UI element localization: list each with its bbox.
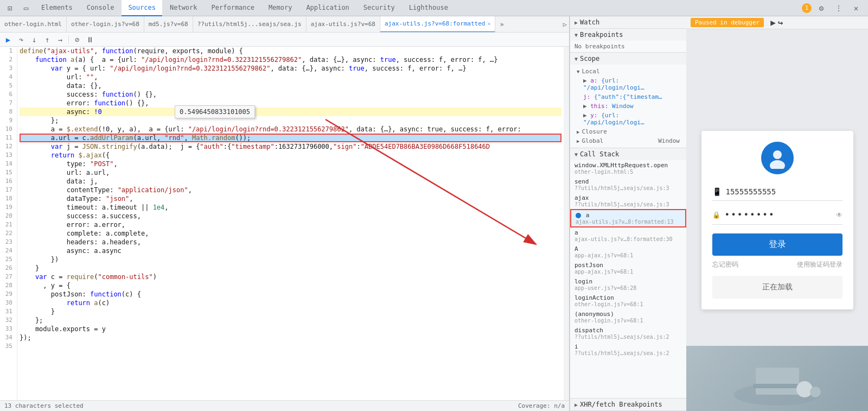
global-arrow: ▶ (577, 138, 579, 144)
tab-console[interactable]: Console (80, 0, 121, 16)
tab-performance[interactable]: Performance (205, 0, 261, 16)
call-stack-item-1[interactable]: send ??utils/html5j…seajs/sea.js:3 (570, 176, 686, 193)
file-tab-md5[interactable]: md5.js?v=68 (144, 16, 193, 33)
app-panel: Paused in debugger ▶ ↪ 📱 15555555555 (686, 16, 868, 411)
code-line-31: } (20, 307, 561, 316)
tab-lighthouse[interactable]: Lighthouse (403, 0, 455, 16)
file-tab-label: other-login.html (4, 21, 62, 28)
global-scope-row[interactable]: ▶ Global Window (575, 136, 682, 146)
device-icon[interactable]: ▭ (18, 1, 34, 16)
file-tab-more-button[interactable]: » (495, 21, 508, 28)
code-line-4: url: "", (20, 73, 561, 81)
ln-22: 22 (4, 229, 12, 238)
call-stack-item-2[interactable]: ajax ??utils/html5j…seajs/sea.js:3 (570, 193, 686, 209)
call-stack-fn-1: send (575, 178, 682, 185)
ln-7: 7 (4, 99, 12, 108)
watch-section: ▶ Watch (570, 16, 686, 29)
ln-12: 12 (4, 142, 12, 151)
code-line-26: } (20, 264, 561, 273)
tab-sources[interactable]: Sources (122, 0, 162, 16)
code-line-3: var y = { url: "/api/login/login?rnd=0.3… (20, 64, 561, 73)
code-line-24: async: a.async (20, 246, 561, 255)
vertical-scrollbar[interactable] (564, 47, 569, 400)
global-scope-header[interactable]: ▶ Global (577, 137, 603, 144)
scope-item-a[interactable]: ▶ a: {url: "/api/login/logi… (581, 76, 682, 92)
tab-security[interactable]: Security (357, 0, 401, 16)
breakpoints-section: ▼ Breakpoints No breakpoints (570, 29, 686, 53)
pause-exceptions-btn[interactable]: ⏸ (84, 34, 96, 46)
step-out-btn[interactable]: ↑ (41, 34, 53, 46)
watch-header[interactable]: ▶ Watch (570, 16, 686, 28)
tab-memory[interactable]: Memory (262, 0, 298, 16)
call-stack-loc-1: ??utils/html5j…seajs/sea.js:3 (575, 185, 682, 191)
breakpoints-header[interactable]: ▼ Breakpoints (570, 29, 686, 41)
call-stack-loc-5: app-ajax.js?v=68:1 (575, 252, 682, 258)
svg-rect-3 (756, 368, 799, 395)
editor-panel: other-login.html other-login.js?v=68 md5… (0, 16, 570, 411)
login-button[interactable]: 登录 (712, 233, 843, 256)
call-stack-fn-0: window.XMLHttpRequest.open (575, 162, 682, 169)
call-stack-item-3[interactable]: a ajax-utils.js?v…8:formatted:13 (570, 209, 686, 227)
settings-icon[interactable]: ⚙ (814, 1, 829, 16)
scope-section: ▼ Scope ▼ Local ▶ a: {url: "/api/login/l… (570, 53, 686, 148)
local-arrow: ▼ (577, 69, 579, 74)
scope-item-this[interactable]: ▶ this: Window (581, 102, 682, 111)
call-stack-fn-11: i (575, 343, 682, 350)
call-stack-item-6[interactable]: postJson app-ajax.js?v=68:1 (570, 260, 686, 276)
call-stack-header[interactable]: ▼ Call Stack (570, 148, 686, 160)
call-stack-item-10[interactable]: dispatch ??utils/html5j…seajs/sea.js:2 (570, 325, 686, 342)
code-line-5: data: {}, (20, 81, 561, 90)
call-stack-item-11[interactable]: i ??utils/html5j…seajs/sea.js:2 (570, 342, 686, 358)
call-stack-item-8[interactable]: loginAction other-login.js?v=68:1 (570, 293, 686, 309)
tab-network[interactable]: Network (163, 0, 204, 16)
resume-icon[interactable]: ▶ (770, 17, 776, 28)
file-tab-ajax-utils[interactable]: ajax-utils.js?v=68 (307, 16, 380, 33)
closure-scope-header[interactable]: ▶ Closure (575, 127, 682, 136)
file-tab-utils[interactable]: ??utils/html5j...seajs/sea.js (193, 16, 307, 33)
pause-resume-btn[interactable]: ▶ (2, 34, 14, 46)
step-into-btn[interactable]: ↓ (28, 34, 40, 46)
file-tab-close-icon[interactable]: ✕ (487, 21, 490, 27)
file-tab-nav-button[interactable]: ▷ (561, 21, 569, 28)
more-icon[interactable]: ⋮ (831, 1, 846, 16)
scope-item-j[interactable]: j: {"auth":{"timestam… (581, 92, 682, 102)
call-stack-loc-0: other-login.html:5 (575, 169, 682, 175)
tab-elements[interactable]: Elements (35, 0, 79, 16)
forgot-password-link[interactable]: 忘记密码 (712, 260, 738, 269)
file-tab-other-login-html[interactable]: other-login.html (0, 16, 67, 33)
ln-34: 34 (4, 333, 12, 342)
ln-3: 3 (4, 64, 12, 73)
inspect-icon[interactable]: ⊡ (2, 1, 17, 16)
deactivate-breakpoints-btn[interactable]: ⊘ (71, 34, 83, 46)
use-code-link[interactable]: 使用验证码登录 (797, 260, 843, 269)
close-icon[interactable]: ✕ (848, 1, 864, 16)
file-tab-ajax-utils-formatted[interactable]: ajax-utils.js?v=68:formatted ✕ (380, 16, 495, 33)
code-line-17: contentType: "application/json", (20, 186, 561, 194)
local-scope-header[interactable]: ▼ Local (575, 67, 682, 76)
scope-item-y[interactable]: ▶ y: {url: "/api/login/logi… (581, 111, 682, 127)
call-stack-item-9[interactable]: (anonymous) other-login.js?v=68:1 (570, 309, 686, 325)
step-btn[interactable]: → (54, 34, 66, 46)
closure-label: Closure (582, 128, 607, 135)
code-scroll[interactable]: 1 2 3 4 5 6 7 8 9 10 11 12 13 14 (0, 47, 564, 400)
call-stack-item-0[interactable]: window.XMLHttpRequest.open other-login.h… (570, 160, 686, 176)
tab-application[interactable]: Application (299, 0, 355, 16)
step-icon[interactable]: ↪ (778, 17, 783, 28)
scope-header[interactable]: ▼ Scope (570, 53, 686, 65)
call-stack-item-5[interactable]: A app-ajax.js?v=68:1 (570, 244, 686, 260)
notification-badge: 1 (802, 3, 812, 13)
breakpoints-label: Breakpoints (580, 31, 623, 39)
watch-arrow: ▶ (575, 20, 578, 26)
call-stack-item-4[interactable]: a ajax-utils.js?v…8:formatted:30 (570, 227, 686, 244)
step-over-btn[interactable]: ↷ (15, 34, 27, 46)
ln-14: 14 (4, 160, 12, 168)
code-line-16: data: j, (20, 177, 561, 186)
xhr-breakpoints-header[interactable]: ▶ XHR/fetch Breakpoints (570, 399, 686, 410)
code-line-23: headers: a.headers, (20, 238, 561, 246)
eye-icon[interactable]: 👁 (836, 211, 843, 219)
call-stack-item-7[interactable]: login app-user.js?v=68:28 (570, 276, 686, 293)
code-wrapper: 1 2 3 4 5 6 7 8 9 10 11 12 13 14 (0, 47, 569, 400)
tab-bar-left: ⊡ ▭ Elements Console Sources Network Per… (0, 0, 457, 16)
code-lines[interactable]: define("ajax-utils", function(require, e… (17, 47, 564, 400)
file-tab-other-login-js[interactable]: other-login.js?v=68 (67, 16, 144, 33)
